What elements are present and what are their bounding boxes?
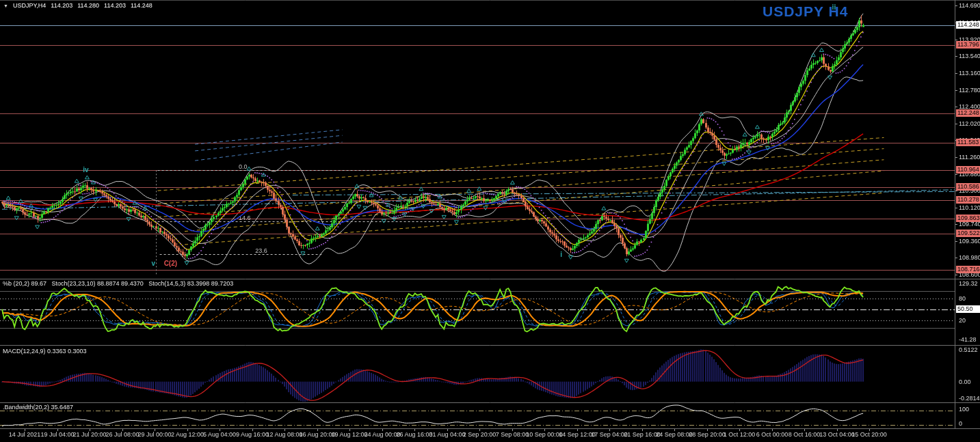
price-tick-mark xyxy=(955,56,957,57)
time-tick-label: 19 Jul 04:00 xyxy=(40,431,74,438)
time-tick-label: 14 Sep 12:00 xyxy=(559,431,596,438)
watermark: USDJPY H4 xyxy=(763,3,848,20)
symbol-dropdown-icon[interactable]: ▼ xyxy=(3,3,8,8)
time-tick-label: 14 Jul 2021 xyxy=(9,431,41,438)
quote-open: 114.203 xyxy=(51,2,72,9)
price-level-badge: 109.863 xyxy=(956,215,980,222)
time-tick-label: 2 Aug 12:00 xyxy=(171,431,204,438)
time-tick-label: 28 Sep 20:00 xyxy=(689,431,726,438)
price-tick-label: 114.690 xyxy=(959,2,980,9)
price-level-badge: 109.522 xyxy=(956,230,980,237)
time-tick-label: 9 Aug 16:00 xyxy=(236,431,269,438)
price-tick-label: 113.540 xyxy=(959,53,980,59)
time-tick-label: 17 Sep 04:00 xyxy=(591,431,628,438)
time-tick-label: 24 Sep 08:00 xyxy=(656,431,693,438)
osc-axis-max: 129.32 xyxy=(959,280,978,287)
price-tick-mark xyxy=(955,241,957,242)
price-level-badge: 110.964 xyxy=(956,166,980,174)
time-tick-label: 26 Aug 16:00 xyxy=(396,431,432,438)
price-tick-mark xyxy=(955,224,957,225)
price-tick-label: 112.020 xyxy=(959,120,980,127)
time-tick-label: 24 Aug 00:00 xyxy=(364,431,400,438)
symbol-timeframe: USDJPY,H4 xyxy=(13,2,46,9)
time-tick-label: 29 Jul 00:00 xyxy=(137,431,171,438)
price-tick-label: 112.780 xyxy=(959,87,980,94)
price-tick-mark xyxy=(955,90,957,91)
chart-window: ▼ USDJPY,H4 114.203 114.280 114.203 114.… xyxy=(0,0,980,442)
price-tick-mark xyxy=(955,73,957,74)
osc-axis-min: -41.28 xyxy=(959,336,977,343)
chart-canvas[interactable] xyxy=(0,0,980,442)
time-tick-label: 6 Oct 00:00 xyxy=(756,431,789,438)
price-tick-label: 110.120 xyxy=(959,204,980,211)
time-axis[interactable]: 14 Jul 202119 Jul 04:0021 Jul 20:0026 Ju… xyxy=(0,429,955,442)
price-tick-mark xyxy=(955,5,957,6)
time-tick-label: 13 Oct 04:00 xyxy=(819,431,855,438)
symbol-header: ▼ USDJPY,H4 114.203 114.280 114.203 114.… xyxy=(3,2,153,9)
osc-axis-upper: 80 xyxy=(959,295,966,302)
price-tick-mark xyxy=(955,107,957,107)
bw-axis-lower: 0 xyxy=(959,420,962,427)
price-tick-mark xyxy=(955,157,957,158)
price-level-badge: 111.583 xyxy=(956,139,980,146)
price-level-badge: 112.248 xyxy=(956,109,980,117)
price-tick-label: 109.360 xyxy=(959,238,980,245)
price-tick-mark xyxy=(955,191,957,191)
time-tick-label: 7 Sep 08:00 xyxy=(496,431,529,438)
oscillator-label: %b (20,2) 89.67 Stoch(23,23,10) 88.8874 … xyxy=(3,280,233,287)
osc-axis-lower: 20 xyxy=(959,317,966,324)
price-tick-label: 113.160 xyxy=(959,70,980,77)
bandwidth-label: .Bandwidth(20,2) 35.6487 xyxy=(3,404,73,411)
price-tick-label: 108.980 xyxy=(959,254,980,261)
time-tick-label: 15 Oct 20:00 xyxy=(851,431,887,438)
time-tick-label: 31 Aug 04:00 xyxy=(429,431,465,438)
macd-axis-min: -0.2814 xyxy=(959,395,980,402)
time-tick-label: 16 Aug 20:00 xyxy=(299,431,335,438)
osc-mid-badge: 50.50 xyxy=(956,305,980,313)
time-tick-label: 1 Oct 12:00 xyxy=(724,431,756,438)
price-tick-mark xyxy=(955,258,957,258)
time-tick-label: 2 Sep 20:00 xyxy=(463,431,496,438)
quote-high: 114.280 xyxy=(77,2,99,9)
time-tick-label: 21 Sep 16:00 xyxy=(624,431,661,438)
price-tick-mark xyxy=(955,275,957,275)
price-tick-label: 111.260 xyxy=(959,154,980,161)
macd-axis-zero: 0.00 xyxy=(959,378,971,385)
price-tick-mark xyxy=(955,40,957,40)
price-level-badge: 113.796 xyxy=(956,41,980,49)
price-level-badge: 108.716 xyxy=(956,266,980,273)
bw-axis-upper: 100 xyxy=(959,406,969,413)
quote-low: 114.203 xyxy=(104,2,126,9)
macd-label: MACD(12,24,9) 0.3363 0.3003 xyxy=(3,348,87,355)
price-tick-mark xyxy=(955,174,957,175)
time-tick-label: 19 Aug 12:00 xyxy=(331,431,367,438)
time-tick-label: 12 Aug 08:00 xyxy=(266,431,302,438)
time-tick-label: 10 Sep 00:00 xyxy=(526,431,563,438)
price-level-badge: 110.278 xyxy=(956,196,980,204)
price-tick-mark xyxy=(955,208,957,208)
time-tick-label: 21 Jul 20:00 xyxy=(72,431,106,438)
price-level-badge: 110.586 xyxy=(956,183,980,191)
time-tick-label: 5 Aug 04:00 xyxy=(203,431,236,438)
macd-axis-max: 0.5122 xyxy=(959,346,978,353)
bid-price-badge: 114.248 xyxy=(956,21,980,29)
price-axis[interactable]: 114.690114.310113.920113.540113.160112.7… xyxy=(955,0,980,428)
time-tick-label: 8 Oct 16:00 xyxy=(789,431,821,438)
time-tick-label: 26 Jul 08:00 xyxy=(105,431,139,438)
price-tick-mark xyxy=(955,124,957,124)
quote-close: 114.248 xyxy=(131,2,153,9)
